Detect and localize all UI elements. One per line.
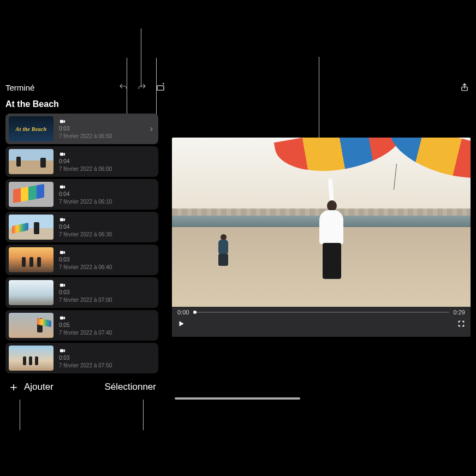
clip-thumbnail [9, 346, 53, 371]
video-icon [59, 315, 66, 321]
clip-item[interactable]: 0:057 février 2022 à 07:40 [5, 310, 158, 341]
clip-date: 7 février 2022 à 07:00 [59, 297, 112, 304]
clip-date: 7 février 2022 à 06:10 [59, 199, 112, 205]
fullscreen-button[interactable] [457, 320, 465, 330]
clip-item[interactable]: 0:047 février 2022 à 06:30 [5, 212, 158, 242]
clip-thumbnail [9, 313, 53, 338]
video-icon [59, 282, 66, 288]
select-button[interactable]: Sélectionner [104, 382, 156, 392]
video-icon [59, 184, 66, 190]
clip-duration: 0:03 [59, 289, 112, 296]
clip-duration: 0:04 [59, 191, 112, 198]
add-button-label: Ajouter [24, 382, 53, 392]
video-icon [59, 217, 66, 223]
clip-date: 7 février 2022 à 06:30 [59, 231, 112, 238]
callout-line [319, 57, 319, 138]
clip-meta: 0:037 février 2022 à 06:40 [59, 249, 112, 271]
chevron-right-icon[interactable]: › [150, 124, 153, 134]
video-icon [59, 348, 66, 354]
clip-meta: 0:037 février 2022 à 06:50 [59, 118, 112, 140]
clip-thumbnail [9, 247, 53, 272]
clip-date: 7 février 2022 à 07:50 [59, 362, 112, 369]
clip-duration: 0:05 [59, 322, 112, 329]
clip-meta: 0:047 février 2022 à 06:30 [59, 217, 112, 238]
video-icon [59, 118, 66, 124]
play-button[interactable] [177, 320, 185, 330]
viewer-controls: 0:00 0:29 [172, 307, 471, 337]
clip-thumbnail: At the Beach [9, 116, 53, 141]
clip-item[interactable]: 0:047 février 2022 à 06:00 [5, 146, 158, 177]
clip-meta: 0:037 février 2022 à 07:50 [59, 348, 112, 369]
clip-item[interactable]: 0:037 février 2022 à 07:00 [5, 277, 158, 308]
clip-date: 7 février 2022 à 06:50 [59, 133, 112, 140]
clip-duration: 0:03 [59, 126, 112, 132]
clip-thumbnail [9, 182, 53, 207]
clip-item[interactable]: 0:047 février 2022 à 06:10 [5, 179, 158, 210]
add-button[interactable]: ＋ Ajouter [8, 381, 53, 393]
undo-icon[interactable] [117, 81, 129, 93]
clip-sidebar: At the Beach At the Beach0:037 février 2… [0, 97, 164, 400]
plus-icon: ＋ [8, 381, 20, 393]
clip-list[interactable]: At the Beach0:037 février 2022 à 06:50›0… [0, 114, 164, 400]
home-indicator [175, 397, 300, 400]
clip-item[interactable]: At the Beach0:037 février 2022 à 06:50› [5, 114, 158, 144]
video-icon [59, 249, 66, 255]
clip-item[interactable]: 0:037 février 2022 à 07:50 [5, 343, 158, 373]
clip-duration: 0:04 [59, 158, 112, 165]
clip-meta: 0:057 février 2022 à 07:40 [59, 315, 112, 336]
top-bar: Terminé [5, 81, 471, 94]
project-title: At the Beach [0, 97, 164, 114]
video-icon [59, 151, 66, 157]
viewer-canvas[interactable] [172, 138, 471, 307]
viewer-total-time: 0:29 [454, 309, 465, 316]
clip-meta: 0:037 février 2022 à 07:00 [59, 282, 112, 304]
clip-thumbnail [9, 215, 53, 240]
video-viewer: 0:00 0:29 [172, 138, 471, 337]
clip-date: 7 février 2022 à 07:40 [59, 330, 112, 336]
clip-date: 7 février 2022 à 06:00 [59, 166, 112, 172]
clip-duration: 0:03 [59, 257, 112, 263]
clip-meta: 0:047 février 2022 à 06:10 [59, 184, 112, 205]
done-button[interactable]: Terminé [5, 83, 34, 92]
clip-item[interactable]: 0:037 février 2022 à 06:40 [5, 245, 158, 275]
clip-thumbnail [9, 149, 53, 174]
share-icon[interactable] [459, 81, 471, 93]
clip-thumbnail [9, 280, 53, 305]
clip-duration: 0:03 [59, 355, 112, 361]
scrubber-knob[interactable] [193, 311, 197, 314]
callout-line [141, 28, 141, 87]
redo-icon[interactable] [136, 81, 148, 93]
callout-line [143, 396, 144, 430]
clip-duration: 0:04 [59, 224, 112, 230]
auto-enhance-icon[interactable] [154, 81, 166, 93]
svg-rect-0 [157, 86, 164, 90]
clip-meta: 0:047 février 2022 à 06:00 [59, 151, 112, 172]
clip-date: 7 février 2022 à 06:40 [59, 264, 112, 271]
sidebar-bottom-bar: ＋ Ajouter Sélectionner [0, 374, 164, 400]
scrubber[interactable] [193, 312, 449, 313]
viewer-current-time: 0:00 [177, 309, 189, 316]
callout-line [20, 396, 20, 430]
